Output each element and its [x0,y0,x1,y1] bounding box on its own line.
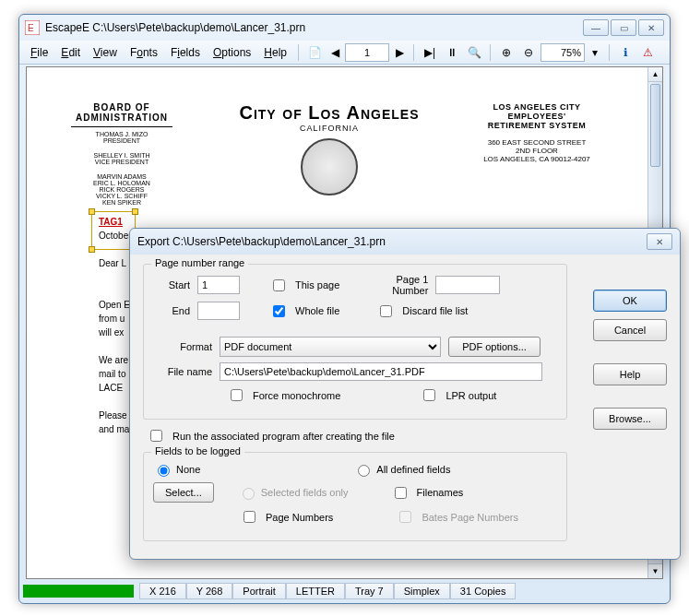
titlebar: E EscapeE C:\Users\Pete\backup\demo\Lanc… [19,15,670,41]
tool-zoom-out-icon[interactable]: ⊖ [518,42,539,63]
export-dialog: Export C:\Users\Pete\backup\demo\Lancer_… [129,228,681,560]
minimize-button[interactable]: — [583,19,609,36]
cancel-button[interactable]: Cancel [593,319,667,341]
status-tray: Tray 7 [345,583,394,599]
menu-fonts[interactable]: Fonts [125,44,163,61]
format-options-button[interactable]: PDF options... [448,337,541,357]
tool-play-icon[interactable]: ▶| [420,42,440,63]
statusbar: X 216 Y 268 Portrait LETTER Tray 7 Simpl… [23,582,666,600]
lpr-output-checkbox[interactable] [423,389,435,401]
fields-logged-group: Fields to be logged None All defined fie… [143,452,567,541]
tool-find-icon[interactable]: 🔍 [464,42,484,63]
tool-pause-icon[interactable]: ⏸ [442,42,462,63]
ok-button[interactable]: OK [593,290,667,312]
tool-warning-icon[interactable]: ⚠ [637,42,658,63]
dialog-titlebar: Export C:\Users\Pete\backup\demo\Lancer_… [130,229,680,255]
svg-text:E: E [28,23,34,33]
page1-number-input[interactable] [435,276,500,294]
help-button[interactable]: Help [593,363,667,385]
page-numbers-checkbox[interactable] [244,511,255,523]
whole-file-checkbox[interactable] [273,305,285,317]
scroll-down-icon[interactable]: ▼ [648,563,662,578]
close-button[interactable]: ✕ [638,19,664,36]
admin-heading: ADMINISTRATION [53,113,191,123]
force-monochrome-checkbox[interactable] [231,389,243,401]
start-input[interactable] [197,276,240,294]
menu-options[interactable]: Options [208,44,256,61]
this-page-checkbox[interactable] [273,279,285,291]
status-progress-bar [23,585,134,598]
run-associated-checkbox[interactable] [150,430,162,442]
window-title: EscapeE C:\Users\Pete\backup\demo\Lancer… [45,21,583,34]
tool-zoom-dropdown-icon[interactable]: ▾ [587,42,603,63]
selected-fields-radio [243,488,255,500]
status-orientation: Portrait [232,583,285,599]
tool-first-page-icon[interactable]: ◀ [327,42,343,63]
app-icon: E [25,20,40,35]
board-heading: BOARD OF [53,102,191,113]
maximize-button[interactable]: ▭ [611,19,636,36]
filenames-checkbox[interactable] [395,487,407,499]
scroll-up-icon[interactable]: ▲ [648,67,662,82]
end-input[interactable] [197,302,240,320]
status-y: Y 268 [186,583,233,599]
none-radio[interactable] [158,465,170,477]
tool-zoom-in-icon[interactable]: ⊕ [496,42,517,63]
field-tag-selection[interactable]: TAG1 [99,215,560,229]
dialog-close-button[interactable]: ✕ [647,233,672,250]
discard-file-list-checkbox[interactable] [380,305,392,317]
all-fields-radio[interactable] [358,465,370,477]
city-seal-image [301,138,358,195]
menu-view[interactable]: View [88,44,123,61]
menu-fields[interactable]: Fields [165,44,206,61]
status-x: X 216 [139,583,186,599]
browse-button[interactable]: Browse... [593,408,667,430]
menu-help[interactable]: Help [258,44,292,61]
status-duplex: Simplex [394,583,450,599]
dialog-title: Export C:\Users\Pete\backup\demo\Lancer_… [137,235,647,248]
page-number-input[interactable] [345,43,389,62]
city-title: City of Los Angeles [209,102,449,124]
menu-file[interactable]: File [25,44,53,61]
scrollbar-thumb[interactable] [650,84,660,167]
city-subtitle: CALIFORNIA [209,124,449,133]
select-fields-button[interactable]: Select... [153,482,214,503]
status-copies: 31 Copies [450,583,517,599]
status-paper: LETTER [286,583,345,599]
menu-edit[interactable]: Edit [55,44,86,61]
page-range-group: Page number range Start This page Page 1… [143,264,567,420]
zoom-input[interactable] [541,43,585,62]
filename-input[interactable] [220,362,542,381]
tool-last-page-icon[interactable]: ▶ [391,42,408,63]
bates-checkbox [399,511,411,523]
tool-page-icon[interactable]: 📄 [304,42,325,63]
tool-info-icon[interactable]: ℹ [615,42,636,63]
format-select[interactable]: PDF document [220,337,441,357]
menubar: File Edit View Fonts Fields Options Help… [19,41,670,65]
